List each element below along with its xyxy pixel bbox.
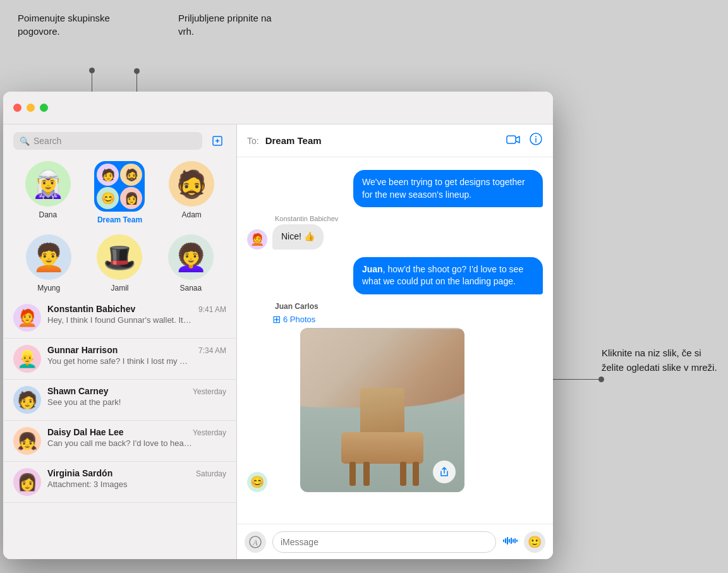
msg-bubble-out-2: Juan, how'd the shoot go? I'd love to se…	[353, 257, 543, 294]
avatar-sanaa: 👩‍🦱	[168, 234, 214, 280]
emoji-button[interactable]: 🙂	[524, 531, 545, 553]
photos-thumbnail[interactable]	[300, 328, 464, 492]
message-input-field[interactable]	[272, 531, 496, 553]
annotation-dot-3	[598, 377, 604, 382]
contact-name-jamil: Jamil	[111, 284, 128, 293]
search-icon: 🔍	[20, 136, 30, 146]
conv-preview-gunnar: You get home safe? I think I lost my wal…	[47, 356, 193, 366]
conv-content-gunnar: Gunnar Harrison 7:34 AM You get home saf…	[47, 345, 226, 366]
msg-sender-name-konstantin: Konstantin Babichev	[275, 215, 338, 222]
avatar-shawn: 🧑	[13, 386, 41, 414]
conv-item-virginia[interactable]: 👩 Virginia Sardón Saturday Attachment: 3…	[3, 462, 236, 503]
grid-icon: ⊞	[272, 313, 281, 325]
conv-content-daisy: Daisy Dal Hae Lee Yesterday Can you call…	[47, 427, 226, 448]
conv-item-shawn[interactable]: 🧑 Shawn Carney Yesterday See you at the …	[3, 380, 236, 421]
svg-rect-11	[507, 537, 508, 545]
svg-rect-14	[513, 539, 514, 543]
pinned-contacts-row2: 🧑‍🦱 Myung 🎩 Jamil 👩‍🦱 Sanaa	[3, 234, 236, 298]
audio-icon	[502, 536, 518, 546]
contact-pin-myung[interactable]: 🧑‍🦱 Myung	[26, 234, 71, 293]
search-placeholder: Search	[33, 136, 61, 146]
msg-photos-juan: Juan Carlos 😊 ⊞ 6 Photos	[247, 302, 543, 492]
svg-point-6	[535, 136, 537, 137]
msg-outgoing-1: We've been trying to get designs togethe…	[247, 170, 543, 207]
video-call-button[interactable]	[506, 133, 520, 148]
avatar-gunnar: 👱‍♂️	[13, 345, 41, 373]
conv-item-daisy[interactable]: 👧 Daisy Dal Hae Lee Yesterday Can you ca…	[3, 421, 236, 462]
info-icon	[529, 132, 543, 146]
svg-text:A: A	[252, 538, 258, 547]
avatar-konstantin: 🧑‍🦰	[13, 304, 41, 332]
sidebar: 🔍 Search 🧝‍♀️	[3, 124, 237, 559]
photo-sender-info: Juan Carlos	[275, 302, 318, 311]
contact-pin-jamil[interactable]: 🎩 Jamil	[97, 234, 142, 293]
conv-name-daisy: Daisy Dal Hae Lee	[47, 427, 124, 437]
conv-preview-virginia: Attachment: 3 Images	[47, 480, 193, 489]
conv-time-konstantin: 9:41 AM	[198, 305, 226, 314]
photos-label: ⊞ 6 Photos	[272, 313, 464, 325]
messages-window: 🔍 Search 🧝‍♀️	[3, 92, 553, 559]
avatar-dreamteam-selected: 🧑 🧔 😊 👩	[94, 161, 145, 212]
svg-rect-10	[505, 538, 506, 543]
annotation-pin-favorites: Priljubljene pripnite na vrh.	[178, 11, 282, 38]
video-icon	[506, 135, 520, 145]
conv-content-shawn: Shawn Carney Yesterday See you at the pa…	[47, 386, 226, 407]
chat-header-actions	[506, 132, 543, 149]
avatar-virginia: 👩	[13, 468, 41, 496]
conv-time-shawn: Yesterday	[193, 387, 226, 396]
conv-item-konstantin[interactable]: 🧑‍🦰 Konstantin Babichev 9:41 AM Hey, I t…	[3, 298, 236, 339]
conv-time-daisy: Yesterday	[193, 428, 226, 437]
minimize-button[interactable]	[27, 104, 35, 112]
content-area: 🔍 Search 🧝‍♀️	[3, 124, 553, 559]
conv-name-konstantin: Konstantin Babichev	[47, 304, 135, 314]
svg-rect-9	[503, 540, 504, 542]
contact-pin-dana[interactable]: 🧝‍♀️ Dana	[25, 161, 71, 224]
close-button[interactable]	[13, 104, 21, 112]
share-icon	[439, 467, 449, 477]
share-button[interactable]	[433, 461, 456, 483]
photo-sender-name: Juan Carlos	[275, 302, 318, 311]
contact-pin-sanaa[interactable]: 👩‍🦱 Sanaa	[168, 234, 214, 293]
contact-name-dana: Dana	[39, 210, 57, 219]
group-avatar-grid: 🧑 🧔 😊 👩	[97, 164, 142, 209]
messages-area: We've been trying to get designs togethe…	[237, 157, 553, 524]
conv-item-gunnar[interactable]: 👱‍♂️ Gunnar Harrison 7:34 AM You get hom…	[3, 339, 236, 380]
chat-header: To: Dream Team	[237, 124, 553, 157]
svg-rect-13	[511, 538, 512, 544]
conv-preview-daisy: Can you call me back? I'd love to hear m…	[47, 438, 193, 448]
pinned-contacts-row1: 🧝‍♀️ Dana 🧑 🧔	[3, 155, 236, 234]
annotation-dot-1	[89, 68, 95, 73]
msg-bubble-in-konstantin: Nice! 👍	[272, 224, 324, 250]
avatar-jamil: 🎩	[97, 234, 142, 280]
audio-waveform-button[interactable]	[502, 536, 518, 548]
msg-avatar-juan: 😊	[247, 472, 267, 492]
apps-icon: A	[249, 536, 262, 548]
msg-incoming-konstantin: Konstantin Babichev 🧑‍🦰 Nice! 👍	[247, 215, 543, 250]
avatar-myung: 🧑‍🦱	[26, 234, 71, 280]
contact-pin-dreamteam[interactable]: 🧑 🧔 😊 👩 D	[94, 161, 145, 224]
svg-rect-3	[507, 136, 516, 143]
search-bar[interactable]: 🔍 Search	[13, 132, 202, 150]
conv-preview-shawn: See you at the park!	[47, 397, 193, 407]
avatar-adam: 🧔	[169, 161, 214, 207]
compose-button[interactable]	[209, 132, 226, 150]
annotation-group-name: Poimenujte skupinske pogovore.	[18, 11, 116, 38]
traffic-lights	[13, 104, 48, 112]
contact-name-sanaa: Sanaa	[179, 284, 202, 293]
apps-button[interactable]: A	[245, 531, 266, 553]
message-input-area: A 🙂	[237, 524, 553, 559]
conv-preview-konstantin: Hey, I think I found Gunnar's wallet. It…	[47, 315, 193, 325]
conv-name-gunnar: Gunnar Harrison	[47, 345, 118, 355]
chat-to-label: To:	[247, 136, 259, 146]
maximize-button[interactable]	[40, 104, 48, 112]
contact-name-adam: Adam	[181, 210, 201, 219]
conversation-list: 🧑‍🦰 Konstantin Babichev 9:41 AM Hey, I t…	[3, 298, 236, 559]
svg-rect-15	[514, 538, 516, 543]
compose-icon	[211, 135, 224, 147]
svg-rect-16	[516, 540, 518, 542]
contact-pin-adam[interactable]: 🧔 Adam	[169, 161, 214, 224]
annotation-dot-2	[134, 68, 140, 74]
info-button[interactable]	[529, 132, 543, 149]
conv-time-gunnar: 7:34 AM	[198, 346, 226, 355]
title-bar	[3, 92, 553, 124]
